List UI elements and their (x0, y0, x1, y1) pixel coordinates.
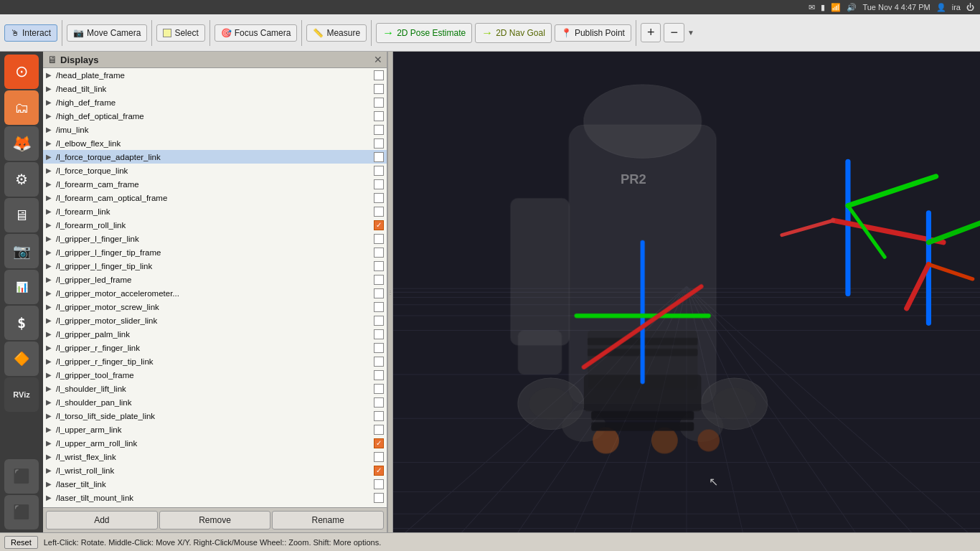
sidebar-item-files[interactable]: 🗂 (4, 90, 39, 125)
tree-item-l-gripper-motor-screw[interactable]: ▶/l_gripper_motor_screw_link (43, 300, 387, 314)
add-display-button[interactable]: Add (46, 511, 158, 529)
tree-checkbox-l-gripper-motor-acc[interactable] (374, 288, 384, 298)
tree-checkbox-laser-tilt[interactable] (374, 479, 384, 489)
tree-checkbox-l-gripper-r-finger[interactable] (374, 343, 384, 353)
panel-resize-handle[interactable]: ⋮ (387, 52, 393, 532)
tree-item-l-shoulder-pan[interactable]: ▶/l_shoulder_pan_link (43, 395, 387, 409)
2d-nav-button[interactable]: → 2D Nav Goal (475, 23, 552, 43)
tree-item-l-gripper-r-finger-tip[interactable]: ▶/l_gripper_r_finger_tip_link (43, 354, 387, 368)
tree-checkbox-l-upper-arm-roll[interactable]: ✓ (374, 438, 384, 448)
tree-checkbox-l-force-torque-adapter[interactable] (374, 152, 384, 162)
tree-checkbox-l-gripper-l-finger[interactable] (374, 234, 384, 244)
2d-pose-button[interactable]: → 2D Pose Estimate (376, 23, 472, 43)
reset-button[interactable]: Reset (4, 536, 38, 549)
sidebar-item-vlc[interactable]: 🔶 (4, 342, 39, 376)
tree-checkbox-l-forearm-cam-optical[interactable] (374, 193, 384, 203)
sidebar-item-firefox[interactable]: 🦊 (4, 126, 39, 161)
sidebar-item-camera[interactable]: 📷 (4, 234, 39, 268)
tree-item-l-forearm-cam[interactable]: ▶/l_forearm_cam_frame (43, 177, 387, 191)
tree-item-l-gripper-motor-acc[interactable]: ▶/l_gripper_motor_accelerometer... (43, 286, 387, 300)
tree-item-l-gripper-l-finger-tip-link[interactable]: ▶/l_gripper_l_finger_tip_link (43, 259, 387, 273)
tree-checkbox-l-gripper-palm[interactable] (374, 329, 384, 339)
sidebar-item-screencast[interactable]: ⬛ (4, 459, 39, 494)
tree-checkbox-l-forearm-roll[interactable]: ✓ (374, 220, 384, 230)
tree-item-l-wrist-flex[interactable]: ▶/l_wrist_flex_link (43, 450, 387, 463)
focus-camera-icon: 🎯 (221, 28, 232, 38)
files-icon: 🗂 (14, 100, 29, 116)
tree-item-high-def-optical[interactable]: ▶/high_def_optical_frame (43, 109, 387, 123)
tree-item-imu-link[interactable]: ▶/imu_link (43, 123, 387, 136)
rename-display-button[interactable]: Rename (272, 511, 384, 529)
tree-item-l-gripper-motor-slider[interactable]: ▶/l_gripper_motor_slider_link (43, 314, 387, 327)
sidebar-item-terminal[interactable]: $ (4, 306, 39, 340)
tree-item-head-tilt[interactable]: ▶/head_tilt_link (43, 82, 387, 95)
tree-checkbox-l-wrist-roll[interactable]: ✓ (374, 466, 384, 476)
tree-checkbox-l-gripper-r-finger-tip[interactable] (374, 357, 384, 367)
tree-item-l-shoulder-lift[interactable]: ▶/l_shoulder_lift_link (43, 382, 387, 395)
tree-item-l-gripper-palm[interactable]: ▶/l_gripper_palm_link (43, 327, 387, 341)
tree-item-l-gripper-l-finger-tip-frame[interactable]: ▶/l_gripper_l_finger_tip_frame (43, 245, 387, 259)
tree-checkbox-laser-tilt-mount[interactable] (374, 493, 384, 503)
focus-camera-button[interactable]: 🎯 Focus Camera (215, 24, 298, 42)
sidebar-item-bottom[interactable]: ⬛ (4, 495, 39, 529)
add-tool-button[interactable]: + (641, 23, 661, 42)
tree-checkbox-l-gripper-l-finger-tip-frame[interactable] (374, 248, 384, 258)
tree-checkbox-l-gripper-tool[interactable] (374, 370, 384, 380)
tree-checkbox-head-tilt[interactable] (374, 84, 384, 94)
sidebar-item-monitor[interactable]: 📊 (4, 270, 39, 304)
move-camera-button[interactable]: 📷 Move Camera (67, 24, 147, 42)
tree-checkbox-l-gripper-motor-slider[interactable] (374, 316, 384, 326)
tree-checkbox-high-def[interactable] (374, 98, 384, 108)
measure-button[interactable]: 📏 Measure (306, 24, 367, 42)
tree-checkbox-l-wrist-flex[interactable] (374, 452, 384, 462)
tree-item-l-torso-lift-side[interactable]: ▶/l_torso_lift_side_plate_link (43, 409, 387, 423)
tree-item-high-def[interactable]: ▶/high_def_frame (43, 95, 387, 109)
tree-item-l-forearm-roll[interactable]: ▶/l_forearm_roll_link✓ (43, 218, 387, 232)
tree-item-laser-tilt[interactable]: ▶/laser_tilt_link (43, 477, 387, 491)
interact-button[interactable]: 🖱 Interact (4, 24, 57, 42)
tree-list[interactable]: ▶/head_plate_frame▶/head_tilt_link▶/high… (43, 68, 387, 507)
tree-checkbox-l-gripper-led[interactable] (374, 275, 384, 285)
tree-item-l-gripper-tool[interactable]: ▶/l_gripper_tool_frame (43, 368, 387, 382)
tree-checkbox-l-shoulder-pan[interactable] (374, 397, 384, 408)
tree-item-l-gripper-led[interactable]: ▶/l_gripper_led_frame (43, 273, 387, 286)
dropdown-arrow[interactable]: ▼ (687, 29, 694, 37)
sidebar-item-ubuntu[interactable]: ⊙ (4, 55, 39, 89)
publish-point-button[interactable]: 📍 Publish Point (555, 24, 631, 42)
tree-arrow-l-wrist-roll: ▶ (46, 466, 56, 474)
panel-close-button[interactable]: ✕ (374, 54, 382, 65)
tree-checkbox-l-upper-arm[interactable] (374, 425, 384, 435)
system-tray: ✉ ▮ 📶 🔊 Tue Nov 4 4:47 PM 👤 ira ⏻ (809, 3, 974, 12)
tree-checkbox-imu-link[interactable] (374, 125, 384, 135)
tree-checkbox-elbow-flex[interactable] (374, 138, 384, 149)
tree-item-head-plate[interactable]: ▶/head_plate_frame (43, 68, 387, 82)
tree-checkbox-high-def-optical[interactable] (374, 111, 384, 121)
sidebar-item-settings[interactable]: ⚙ (4, 162, 39, 197)
tree-checkbox-l-gripper-l-finger-tip-link[interactable] (374, 261, 384, 271)
tree-checkbox-l-torso-lift-side[interactable] (374, 411, 384, 421)
sidebar-item-rviz[interactable]: RViz (4, 377, 39, 412)
tree-item-l-upper-arm[interactable]: ▶/l_upper_arm_link (43, 423, 387, 436)
tree-item-l-forearm-cam-optical[interactable]: ▶/l_forearm_cam_optical_frame (43, 191, 387, 204)
tree-item-l-upper-arm-roll[interactable]: ▶/l_upper_arm_roll_link✓ (43, 436, 387, 450)
tree-item-l-wrist-roll[interactable]: ▶/l_wrist_roll_link✓ (43, 463, 387, 477)
tree-checkbox-head-plate[interactable] (374, 70, 384, 80)
tree-label-l-force-torque-adapter: /l_force_torque_adapter_link (56, 153, 371, 161)
3d-viewport[interactable]: PR2 (393, 52, 980, 532)
sidebar-item-display[interactable]: 🖥 (4, 198, 39, 232)
tree-checkbox-l-forearm-link[interactable] (374, 207, 384, 217)
tree-item-elbow-flex[interactable]: ▶/l_elbow_flex_link (43, 136, 387, 150)
tree-item-l-force-torque[interactable]: ▶/l_force_torque_link (43, 164, 387, 177)
tree-checkbox-l-forearm-cam[interactable] (374, 179, 384, 189)
tree-item-l-gripper-r-finger[interactable]: ▶/l_gripper_r_finger_link (43, 341, 387, 354)
select-button[interactable]: Select (156, 24, 204, 42)
tree-item-laser-tilt-mount[interactable]: ▶/laser_tilt_mount_link (43, 491, 387, 504)
tree-checkbox-l-gripper-motor-screw[interactable] (374, 302, 384, 312)
tree-checkbox-l-force-torque[interactable] (374, 166, 384, 176)
tree-item-l-forearm-link[interactable]: ▶/l_forearm_link (43, 204, 387, 218)
tree-checkbox-l-shoulder-lift[interactable] (374, 384, 384, 394)
tree-item-l-force-torque-adapter[interactable]: ▶/l_force_torque_adapter_link (43, 150, 387, 164)
tree-item-l-gripper-l-finger[interactable]: ▶/l_gripper_l_finger_link (43, 232, 387, 245)
minus-tool-button[interactable]: − (664, 23, 684, 42)
remove-display-button[interactable]: Remove (159, 511, 271, 529)
